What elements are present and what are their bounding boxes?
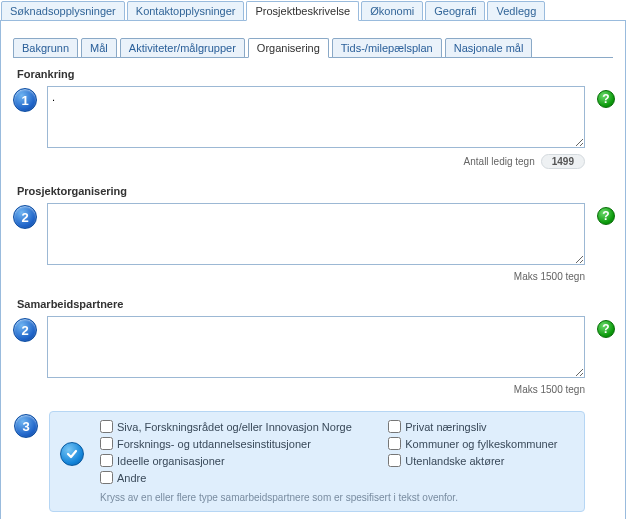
partner-check-kommuner[interactable]: Kommuner og fylkeskommuner [388, 437, 576, 450]
check-complete-icon [60, 442, 84, 466]
section-prosjektorganisering: Prosjektorganisering ? 2 Maks 1500 tegn [13, 185, 613, 282]
section-title-samarbeidspartnere: Samarbeidspartnere [17, 298, 613, 310]
section-samarbeidspartnere: Samarbeidspartnere ? 2 Maks 1500 tegn [13, 298, 613, 395]
main-tab-bar: Søknadsopplysninger Kontaktopplysninger … [0, 0, 626, 21]
partner-check-forskning-input[interactable] [100, 437, 113, 450]
tab-okonomi[interactable]: Økonomi [361, 1, 423, 21]
partner-check-ideelle-input[interactable] [100, 454, 113, 467]
step-badge-3: 3 [14, 414, 38, 438]
prosjektorganisering-limit-label: Maks 1500 tegn [514, 271, 585, 282]
partner-check-ideelle[interactable]: Ideelle organisasjoner [100, 454, 370, 467]
section-forankring: Forankring ? 1 Antall ledig tegn 1499 [13, 68, 613, 169]
samarbeidspartnere-textarea[interactable] [47, 316, 585, 378]
partner-check-siva[interactable]: Siva, Forskningsrådet og/eller Innovasjo… [100, 420, 370, 433]
tab-soknadsopplysninger[interactable]: Søknadsopplysninger [1, 1, 125, 21]
forankring-count-label: Antall ledig tegn [464, 156, 535, 167]
partner-check-utenlandske-input[interactable] [388, 454, 401, 467]
samarbeidspartnere-limit-row: Maks 1500 tegn [47, 384, 585, 395]
help-icon[interactable]: ? [597, 207, 615, 225]
partner-check-andre-input[interactable] [100, 471, 113, 484]
step-badge-2: 2 [13, 205, 37, 229]
sub-tab-bar: Bakgrunn Mål Aktiviteter/målgrupper Orga… [13, 37, 613, 58]
subtab-nasjonale-mal[interactable]: Nasjonale mål [445, 38, 533, 58]
step-badge-2b: 2 [13, 318, 37, 342]
subtab-mal[interactable]: Mål [81, 38, 117, 58]
partner-types-note: Kryss av en eller flere type samarbeidsp… [100, 492, 576, 503]
partner-check-privat-input[interactable] [388, 420, 401, 433]
partner-types-checks: Siva, Forskningsrådet og/eller Innovasjo… [100, 420, 576, 484]
partner-check-forskning[interactable]: Forsknings- og utdannelsesinstitusjoner [100, 437, 370, 450]
forankring-count-value: 1499 [541, 154, 585, 169]
section-title-prosjektorganisering: Prosjektorganisering [17, 185, 613, 197]
tab-vedlegg[interactable]: Vedlegg [487, 1, 545, 21]
prosjektorganisering-textarea[interactable] [47, 203, 585, 265]
partner-check-privat[interactable]: Privat næringsliv [388, 420, 576, 433]
subtab-bakgrunn[interactable]: Bakgrunn [13, 38, 78, 58]
step-badge-1: 1 [13, 88, 37, 112]
tab-kontaktopplysninger[interactable]: Kontaktopplysninger [127, 1, 245, 21]
partner-check-andre[interactable]: Andre [100, 471, 370, 484]
subtab-tidsplan[interactable]: Tids-/milepælsplan [332, 38, 442, 58]
partner-check-kommuner-input[interactable] [388, 437, 401, 450]
subtab-aktiviteter[interactable]: Aktiviteter/målgrupper [120, 38, 245, 58]
forankring-counter-row: Antall ledig tegn 1499 [47, 154, 585, 169]
help-icon[interactable]: ? [597, 320, 615, 338]
partner-check-utenlandske[interactable]: Utenlandske aktører [388, 454, 576, 467]
forankring-textarea[interactable] [47, 86, 585, 148]
tab-prosjektbeskrivelse[interactable]: Prosjektbeskrivelse [246, 1, 359, 21]
partner-types-box: 3 Siva, Forskningsrådet og/eller Innovas… [49, 411, 585, 512]
samarbeidspartnere-limit-label: Maks 1500 tegn [514, 384, 585, 395]
help-icon[interactable]: ? [597, 90, 615, 108]
partner-check-siva-input[interactable] [100, 420, 113, 433]
section-title-forankring: Forankring [17, 68, 613, 80]
prosjektorganisering-limit-row: Maks 1500 tegn [47, 271, 585, 282]
subtab-organisering[interactable]: Organisering [248, 38, 329, 58]
tab-content: Bakgrunn Mål Aktiviteter/målgrupper Orga… [0, 21, 626, 519]
tab-geografi[interactable]: Geografi [425, 1, 485, 21]
